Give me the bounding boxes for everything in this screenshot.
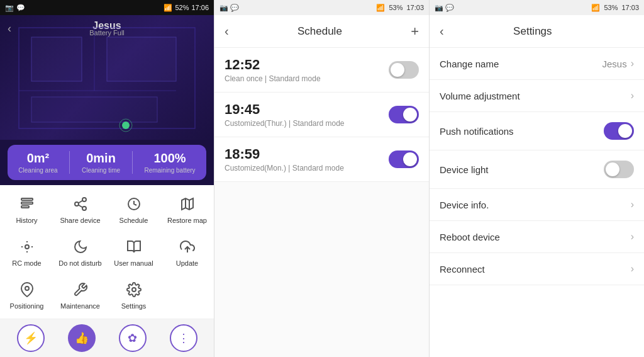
- settings-item-reboot[interactable]: Reboot device ›: [430, 221, 644, 253]
- settings-item-device-info[interactable]: Device info. ›: [430, 189, 644, 221]
- schedule-icon: [124, 194, 144, 214]
- do-not-disturb-icon: [70, 237, 91, 257]
- menu-item-positioning[interactable]: Positioning: [0, 273, 53, 316]
- menu-item-update[interactable]: Update: [160, 230, 214, 273]
- reboot-label: Reboot device: [440, 232, 500, 242]
- schedule-item-info-1: 19:45 Customized(Thur.) | Standard mode: [225, 101, 345, 128]
- bottom-action-bar: ⚡ 👍 ✿ ⋮: [0, 319, 214, 357]
- floor-plan-map: [0, 15, 214, 141]
- menu-item-rc-mode[interactable]: RC mode: [0, 230, 53, 273]
- wifi-icon: 📶: [164, 4, 172, 12]
- status-bar-panel1: 📷 💬 📶 52% 17:06: [0, 0, 214, 15]
- volume-label: Volume adjustment: [440, 91, 520, 101]
- user-manual-icon: [124, 237, 144, 257]
- panel-robot-app: 📷 💬 📶 52% 17:06 ‹ Jesus Battery Full: [0, 0, 214, 357]
- quick-action-settings[interactable]: ✿: [119, 324, 147, 352]
- schedule-item-info-0: 12:52 Clean once | Standard mode: [225, 57, 321, 83]
- settings-header: ‹ Settings: [430, 15, 644, 48]
- schedule-toggle-2[interactable]: [389, 150, 419, 168]
- device-light-toggle[interactable]: [604, 161, 634, 178]
- menu-item-schedule[interactable]: Schedule: [107, 188, 160, 230]
- maintenance-icon: [70, 280, 91, 300]
- restore-map-icon: [177, 194, 197, 214]
- menu-item-settings[interactable]: Settings: [107, 273, 160, 316]
- menu-grid: History Share device Schedule Restore ma…: [0, 185, 214, 319]
- menu-item-maintenance[interactable]: Maintenance: [53, 273, 107, 316]
- toggle-knob-0: [391, 63, 404, 77]
- settings-back-button[interactable]: ‹: [440, 24, 444, 38]
- schedule-desc-0: Clean once | Standard mode: [225, 74, 321, 83]
- device-light-knob: [606, 162, 619, 176]
- device-info-label: Device info.: [440, 200, 489, 210]
- svg-rect-4: [107, 37, 176, 81]
- map-area: ‹ Jesus Battery Full: [0, 15, 214, 140]
- change-name-chevron: ›: [631, 58, 634, 69]
- svg-line-15: [78, 201, 82, 203]
- schedule-desc-1: Customized(Thur.) | Standard mode: [225, 119, 345, 128]
- status-bar-panel2: 📷 💬 📶 53% 17:03: [214, 0, 429, 15]
- settings-item-change-name[interactable]: Change name Jesus ›: [430, 48, 644, 80]
- toggle-knob-1: [403, 108, 417, 122]
- battery-p3: 53%: [604, 4, 618, 11]
- change-name-label: Change name: [440, 59, 499, 69]
- reboot-chevron: ›: [631, 231, 634, 242]
- svg-point-6: [122, 122, 130, 129]
- rc-mode-icon: [17, 237, 37, 257]
- quick-action-thumbs-up[interactable]: 👍: [68, 324, 96, 352]
- cleaning-time-label: Cleaning time: [82, 167, 120, 174]
- settings-item-push-notifications[interactable]: Push notifications: [430, 112, 644, 150]
- panel-settings: 📷 💬 📶 53% 17:03 ‹ Settings Change name J…: [429, 0, 644, 357]
- camera-icon-p3: 📷: [435, 4, 443, 11]
- camera-icon: 📷: [5, 4, 14, 12]
- status-bar-p3-right: 📶 53% 17:03: [591, 4, 639, 12]
- quick-action-power[interactable]: ⚡: [17, 324, 45, 352]
- svg-rect-10: [21, 206, 29, 208]
- cleaning-area-value: 0m²: [27, 151, 50, 166]
- history-icon: [17, 194, 37, 214]
- schedule-time-1: 19:45: [225, 101, 345, 118]
- reconnect-label: Reconnect: [440, 264, 485, 275]
- schedule-time-2: 18:59: [225, 146, 344, 162]
- volume-right: ›: [631, 90, 634, 101]
- toggle-knob-2: [403, 152, 417, 166]
- menu-item-do-not-disturb[interactable]: Do not disturb: [53, 230, 107, 273]
- message-icon-p2: 💬: [230, 4, 239, 11]
- schedule-item-1[interactable]: 19:45 Customized(Thur.) | Standard mode: [214, 93, 429, 137]
- schedule-back-button[interactable]: ‹: [225, 24, 229, 38]
- schedule-desc-2: Customized(Mon.) | Standard mode: [225, 164, 344, 173]
- schedule-toggle-1[interactable]: [389, 106, 419, 123]
- settings-item-device-light[interactable]: Device light: [430, 150, 644, 189]
- settings-item-reconnect[interactable]: Reconnect ›: [430, 253, 644, 285]
- menu-item-share[interactable]: Share device: [53, 188, 107, 230]
- settings-item-volume[interactable]: Volume adjustment ›: [430, 80, 644, 112]
- quick-action-more[interactable]: ⋮: [170, 324, 197, 352]
- change-name-right: Jesus ›: [602, 58, 634, 69]
- menu-label-settings: Settings: [121, 302, 147, 310]
- schedule-item-2[interactable]: 18:59 Customized(Mon.) | Standard mode: [214, 137, 429, 182]
- device-light-label: Device light: [440, 164, 489, 175]
- share-icon: [70, 194, 91, 214]
- menu-item-user-manual[interactable]: User manual: [107, 230, 160, 273]
- menu-label-user-manual: User manual: [114, 259, 153, 267]
- menu-label-rc-mode: RC mode: [12, 259, 41, 267]
- reconnect-chevron: ›: [631, 263, 634, 275]
- schedule-item-0[interactable]: 12:52 Clean once | Standard mode: [214, 48, 429, 93]
- svg-point-12: [75, 202, 79, 206]
- schedule-list: 12:52 Clean once | Standard mode 19:45 C…: [214, 48, 429, 357]
- push-notifications-toggle[interactable]: [604, 122, 634, 140]
- menu-label-maintenance: Maintenance: [60, 302, 100, 310]
- schedule-add-button[interactable]: +: [411, 23, 419, 40]
- menu-item-restore-map[interactable]: Restore map: [160, 188, 214, 230]
- panel-schedule: 📷 💬 📶 53% 17:03 ‹ Schedule + 12:52 Clean…: [214, 0, 429, 357]
- status-bar-left-icons: 📷 💬: [5, 4, 25, 12]
- positioning-icon: [17, 280, 37, 300]
- menu-label-restore-map: Restore map: [167, 217, 207, 224]
- change-name-value: Jesus: [602, 59, 626, 69]
- svg-point-13: [82, 207, 86, 210]
- push-notifications-label: Push notifications: [440, 126, 514, 137]
- time-p2: 17:03: [406, 4, 424, 11]
- schedule-toggle-0[interactable]: [389, 61, 419, 79]
- time-display: 17:06: [191, 4, 209, 11]
- menu-item-history[interactable]: History: [0, 188, 53, 230]
- menu-label-positioning: Positioning: [10, 302, 44, 310]
